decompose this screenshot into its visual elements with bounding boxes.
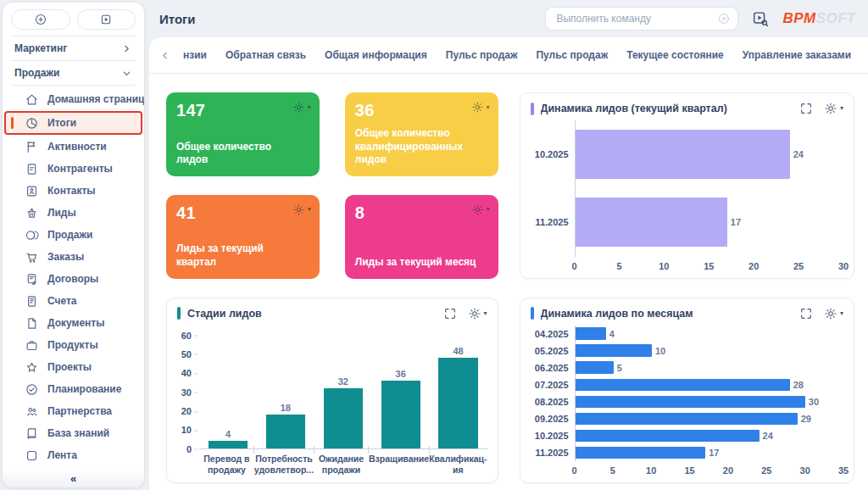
bar-column: 32 bbox=[314, 336, 372, 448]
tabs-scroll-left-icon[interactable] bbox=[156, 50, 174, 61]
sidebar-section-marketing[interactable]: Маркетинг bbox=[3, 36, 144, 60]
bar[interactable] bbox=[576, 379, 790, 391]
chart-settings-button[interactable]: ▾ bbox=[468, 307, 487, 320]
sidebar-item-dashboards[interactable]: Итоги bbox=[4, 111, 142, 135]
bar[interactable] bbox=[576, 447, 706, 459]
main-area: Итоги BPMSOFT нзии Обратная связь Общая … bbox=[144, 0, 868, 490]
sidebar-item-accounts[interactable]: Контрагенты bbox=[3, 158, 144, 180]
sidebar-item-knowledge-base[interactable]: База знаний bbox=[3, 422, 144, 444]
sidebar-section-sales[interactable]: Продажи bbox=[3, 61, 144, 85]
tab-lead-management[interactable]: Управление лидами bbox=[860, 37, 868, 74]
bar[interactable] bbox=[381, 381, 420, 448]
metric-card-month-leads[interactable]: 8 ▾ Лиды за текущий месяц bbox=[345, 195, 498, 279]
bar-chart: 10.2025 24 11.2025 17 051015202530 bbox=[531, 117, 843, 271]
sidebar-item-partnerships[interactable]: Партнерства bbox=[3, 400, 144, 422]
sidebar-item-label: Партнерства bbox=[47, 405, 112, 417]
sidebar-item-planning[interactable]: Планирование bbox=[3, 378, 144, 400]
bar-row: 07.2025 28 bbox=[531, 376, 843, 393]
bar[interactable] bbox=[576, 344, 652, 356]
bar[interactable] bbox=[576, 413, 798, 425]
axis-tick-label: 10 bbox=[659, 261, 669, 271]
sidebar-item-leads[interactable]: Лиды bbox=[3, 202, 144, 224]
tab-sales-pulse-2[interactable]: Пульс продаж bbox=[526, 37, 617, 74]
command-input[interactable] bbox=[554, 12, 712, 25]
sidebar-item-orders[interactable]: Заказы bbox=[3, 246, 144, 268]
sidebar-item-label: Лиды bbox=[47, 207, 76, 219]
tab-feedback[interactable]: Обратная связь bbox=[216, 37, 315, 74]
clear-icon[interactable] bbox=[717, 12, 731, 25]
bar[interactable] bbox=[324, 388, 363, 448]
invoice-icon bbox=[25, 294, 39, 309]
category-label: 11.2025 bbox=[531, 217, 575, 227]
bar[interactable] bbox=[438, 358, 477, 448]
contract-icon bbox=[25, 272, 39, 287]
chart-accent-bar bbox=[177, 307, 181, 320]
sidebar-item-projects[interactable]: Проекты bbox=[3, 356, 144, 378]
coins-icon bbox=[25, 228, 39, 242]
tab-sales-pulse-1[interactable]: Пульс продаж bbox=[437, 37, 527, 74]
tab-current-state[interactable]: Текущее состояние bbox=[617, 37, 733, 74]
value-label: 17 bbox=[731, 217, 741, 227]
chart-settings-button[interactable]: ▾ bbox=[824, 102, 843, 115]
metric-card-quarter-leads[interactable]: 41 ▾ Лиды за текущий квартал bbox=[166, 195, 320, 279]
bar[interactable] bbox=[266, 415, 305, 448]
value-label: 18 bbox=[281, 403, 291, 413]
axis-tick-label: 5 bbox=[616, 261, 621, 271]
bpmsoft-logo: BPMSOFT bbox=[782, 10, 856, 27]
sidebar-item-documents[interactable]: Документы bbox=[3, 312, 144, 334]
chart-fullscreen-button[interactable] bbox=[799, 102, 813, 115]
metric-card-qualified-leads[interactable]: 36 ▾ Общее количество квалифицированных … bbox=[345, 92, 498, 176]
sidebar-item-feed[interactable]: Лента bbox=[3, 444, 144, 466]
sidebar-item-invoices[interactable]: Счета bbox=[3, 290, 144, 312]
run-process-button[interactable] bbox=[77, 9, 136, 30]
chevron-down-icon bbox=[121, 68, 132, 79]
sidebar-item-products[interactable]: Продукты bbox=[3, 334, 144, 356]
category-label: 06.2025 bbox=[531, 363, 575, 373]
bar[interactable] bbox=[576, 130, 790, 179]
bar[interactable] bbox=[576, 396, 805, 408]
sidebar-nav: Домашняя страница Итоги Активности Контр… bbox=[3, 86, 144, 470]
metric-settings-button[interactable]: ▾ bbox=[292, 101, 311, 114]
sidebar-item-activities[interactable]: Активности bbox=[3, 136, 144, 158]
chart-settings-button[interactable]: ▾ bbox=[824, 307, 843, 320]
x-axis: Перевод в продажуПотребность удовлетвор.… bbox=[199, 449, 487, 476]
sidebar-item-contacts[interactable]: Контакты bbox=[3, 180, 144, 202]
bar-row: 08.2025 30 bbox=[531, 393, 843, 410]
x-axis: 051015202530 bbox=[575, 257, 843, 271]
sidebar-item-label: База знаний bbox=[47, 427, 109, 439]
sidebar-item-label: Итоги bbox=[47, 117, 76, 129]
sidebar-item-label: Договоры bbox=[47, 273, 98, 285]
tab-clipped[interactable]: нзии bbox=[174, 37, 216, 74]
metric-settings-button[interactable]: ▾ bbox=[292, 203, 311, 216]
bar-column: 18 bbox=[257, 336, 314, 448]
process-search-button[interactable] bbox=[748, 7, 772, 31]
bar[interactable] bbox=[576, 430, 760, 442]
gear-icon bbox=[824, 102, 837, 115]
metric-settings-button[interactable]: ▾ bbox=[471, 101, 490, 114]
bar[interactable] bbox=[209, 441, 248, 448]
metric-settings-button[interactable]: ▾ bbox=[471, 203, 490, 216]
sidebar-item-home[interactable]: Домашняя страница bbox=[3, 88, 144, 110]
add-record-button[interactable] bbox=[11, 9, 70, 30]
bar[interactable] bbox=[576, 361, 614, 373]
category-label: Ожидание продажи bbox=[314, 454, 369, 476]
sidebar-collapse-button[interactable]: « bbox=[3, 470, 144, 487]
sidebar-item-contracts[interactable]: Договоры bbox=[3, 268, 144, 290]
bar-chart: 0102030405060 4 18 32 36 48 Перевод в пр… bbox=[177, 322, 487, 476]
bar[interactable] bbox=[576, 198, 727, 247]
gear-icon bbox=[468, 307, 481, 320]
chart-title: Динамика лидов по месяцам bbox=[541, 308, 793, 320]
value-label: 32 bbox=[338, 376, 348, 387]
tab-general-info[interactable]: Общая информация bbox=[315, 37, 437, 74]
process-search-icon bbox=[751, 9, 770, 28]
category-label: 07.2025 bbox=[531, 380, 575, 390]
chart-fullscreen-button[interactable] bbox=[443, 307, 457, 320]
metric-value: 147 bbox=[176, 101, 309, 120]
plus-circle-icon bbox=[34, 13, 47, 26]
sidebar-item-opportunities[interactable]: Продажи bbox=[3, 224, 144, 246]
bar[interactable] bbox=[576, 327, 606, 339]
page-title: Итоги bbox=[159, 12, 196, 26]
metric-card-total-leads[interactable]: 147 ▾ Общее количество лидов bbox=[166, 92, 320, 176]
tab-order-management[interactable]: Управление заказами bbox=[733, 37, 860, 74]
chart-fullscreen-button[interactable] bbox=[799, 307, 813, 320]
